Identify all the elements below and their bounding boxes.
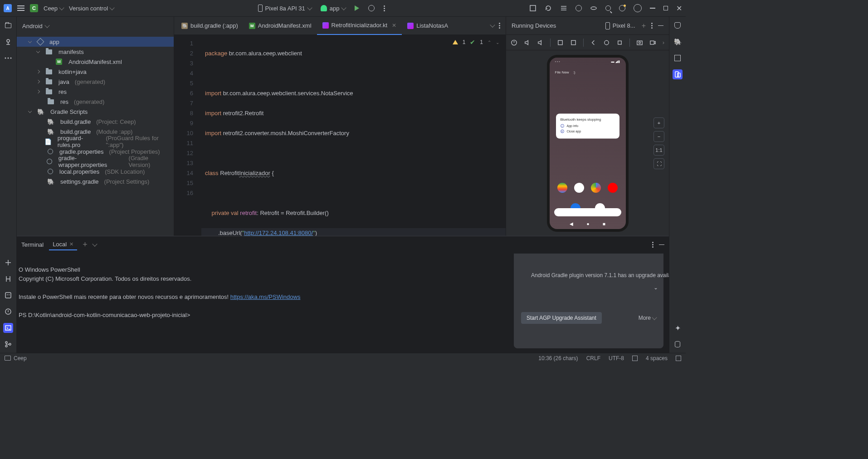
database-button[interactable]	[673, 339, 683, 349]
chevron-right-icon[interactable]: ›	[663, 39, 664, 46]
tree-node-proguard[interactable]: 📄proguard-rules.pro(ProGuard Rules for "…	[17, 137, 174, 146]
settings-icon[interactable]	[619, 5, 625, 11]
terminal-link[interactable]: https://aka.ms/PSWindows	[230, 293, 301, 300]
problems-tool-button[interactable]	[3, 307, 13, 317]
minimize-window[interactable]	[650, 8, 655, 9]
record-icon[interactable]	[649, 39, 656, 46]
tree-node-wrapper-props[interactable]: gradle-wrapper.properties(Gradle Version…	[17, 156, 174, 166]
debug-button[interactable]	[368, 5, 375, 11]
maximize-window[interactable]	[663, 6, 668, 10]
app-icon-youtube[interactable]	[608, 183, 618, 193]
dialog-option-close[interactable]: ✕Close app	[561, 129, 615, 133]
ai-assistant-button[interactable]: ✦	[673, 323, 683, 333]
close-tab-icon[interactable]: ✕	[69, 241, 73, 247]
main-menu-button[interactable]	[17, 5, 24, 11]
volume-down-icon[interactable]	[537, 39, 544, 46]
device-selector[interactable]: Pixel 8a API 31	[258, 5, 312, 12]
power-icon[interactable]	[511, 39, 517, 46]
nav-back[interactable]: ◀	[570, 221, 573, 226]
notifications-button[interactable]	[673, 20, 683, 30]
app-icon-gmail[interactable]	[574, 183, 584, 193]
memory-indicator[interactable]	[676, 356, 681, 361]
commit-tool-button[interactable]	[3, 37, 13, 47]
profiler-icon[interactable]	[590, 5, 597, 12]
app-icon-photos[interactable]	[591, 183, 601, 193]
tree-node-res[interactable]: res	[17, 87, 174, 97]
device-more-options[interactable]	[651, 23, 653, 29]
tree-node-build-gradle-proj[interactable]: 🐘build.gradle(Project: Ceep)	[17, 117, 174, 127]
vcs-dropdown[interactable]: Version control	[69, 5, 114, 12]
tabs-more-options[interactable]	[499, 23, 500, 29]
close-tab-icon[interactable]: ✕	[392, 22, 396, 29]
gradle-button[interactable]: 🐘	[673, 37, 683, 47]
terminal-body[interactable]: O Windows PowerShell Copyright (C) Micro…	[17, 254, 669, 353]
volume-up-icon[interactable]	[524, 39, 531, 46]
close-window[interactable]: ✕	[676, 4, 682, 13]
editor-inspection-status[interactable]: 1 ✔1 ⌃ ⌄	[453, 39, 499, 46]
tree-node-manifest-file[interactable]: MAndroidManifest.xml	[17, 57, 174, 67]
tabs-dropdown-icon[interactable]	[490, 22, 495, 27]
zoom-fit-button[interactable]: ⛶	[653, 158, 664, 169]
dialog-option-appinfo[interactable]: iApp info	[561, 124, 615, 127]
git-tool-button[interactable]	[3, 339, 13, 349]
cursor-position[interactable]: 10:36 (26 chars)	[538, 355, 578, 361]
account-icon[interactable]	[634, 4, 642, 12]
chevron-down-icon[interactable]: ⌄	[496, 40, 499, 45]
overview-icon[interactable]	[616, 39, 623, 46]
more-tool-button[interactable]	[3, 53, 13, 63]
minimize-panel[interactable]	[658, 25, 663, 26]
attach-debugger-icon[interactable]	[575, 5, 582, 11]
nav-home[interactable]: ●	[586, 221, 589, 226]
tree-node-res-gen[interactable]: res(generated)	[17, 97, 174, 107]
terminal-dropdown[interactable]	[92, 241, 97, 246]
tree-node-java-gen[interactable]: java(generated)	[17, 77, 174, 87]
expand-notification-icon[interactable]: ⌄	[653, 283, 658, 292]
device-manager-button[interactable]	[673, 53, 683, 63]
stack-icon[interactable]	[560, 5, 567, 12]
tree-node-app[interactable]: app	[17, 37, 174, 47]
tree-node-gradle-scripts[interactable]: 🐘Gradle Scripts	[17, 107, 174, 117]
screenshot-icon[interactable]	[636, 39, 643, 46]
terminal-tab-local[interactable]: Local ✕	[49, 239, 77, 250]
terminal-options[interactable]	[652, 242, 653, 248]
editor-tab-build-gradle[interactable]: 🐘build.gradle (:app)	[176, 17, 244, 35]
rotate-right-icon[interactable]	[570, 39, 577, 46]
terminal-tool-button[interactable]	[3, 323, 13, 333]
tree-node-settings-gradle[interactable]: 🐘settings.gradle(Project Settings)	[17, 176, 174, 186]
phone-frame[interactable]: ◦ ◦ ◦▬ ◢ ▮ File New :) Bluetooth keeps s…	[547, 55, 629, 232]
hide-terminal[interactable]	[659, 244, 664, 245]
zoom-11-button[interactable]: 1:1	[653, 145, 664, 156]
search-icon[interactable]	[605, 5, 611, 11]
chevron-up-icon[interactable]: ⌃	[488, 40, 491, 45]
rotate-left-icon[interactable]	[557, 39, 564, 46]
phone-search-bar[interactable]	[554, 208, 621, 216]
build-tool-button[interactable]	[3, 258, 13, 268]
tree-node-manifests[interactable]: manifests	[17, 47, 174, 57]
back-icon[interactable]	[590, 39, 597, 46]
new-terminal-button[interactable]: +	[83, 240, 88, 249]
line-separator[interactable]: CRLF	[586, 355, 600, 361]
code-content[interactable]: package br.com.alura.ceep.webclient impo…	[201, 35, 506, 236]
logcat-tool-button[interactable]	[3, 290, 13, 300]
tree-node-kotlin-java[interactable]: kotlin+java	[17, 67, 174, 77]
file-encoding[interactable]: UTF-8	[609, 355, 624, 361]
editor-tab-listanotas[interactable]: ListaNotasA	[402, 17, 454, 35]
device-tab[interactable]: Pixel 8...	[605, 22, 635, 29]
more-run-options[interactable]	[384, 5, 385, 11]
statusbar-project[interactable]: Ceep	[14, 355, 27, 361]
run-config-selector[interactable]: app	[321, 5, 346, 12]
start-agp-upgrade-button[interactable]: Start AGP Upgrade Assistant	[521, 312, 602, 324]
home-icon[interactable]	[603, 39, 610, 46]
code-with-me-icon[interactable]	[529, 5, 536, 12]
editor-body[interactable]: 1 ✔1 ⌃ ⌄ 12345678910111213141516 package…	[174, 35, 506, 236]
editor-tab-retrofit[interactable]: RetrofitInicializador.kt✕	[317, 17, 402, 35]
notification-more-button[interactable]: More	[639, 313, 656, 322]
zoom-in-button[interactable]: +	[653, 117, 664, 128]
indent-setting[interactable]: 4 spaces	[646, 355, 668, 361]
nav-overview[interactable]: ■	[603, 221, 605, 226]
running-devices-button[interactable]	[673, 69, 683, 79]
zoom-out-button[interactable]: −	[653, 131, 664, 142]
app-icon-play[interactable]	[557, 183, 567, 193]
editor-tab-manifest[interactable]: MAndroidManifest.xml	[244, 17, 317, 35]
project-tool-button[interactable]	[3, 20, 13, 30]
